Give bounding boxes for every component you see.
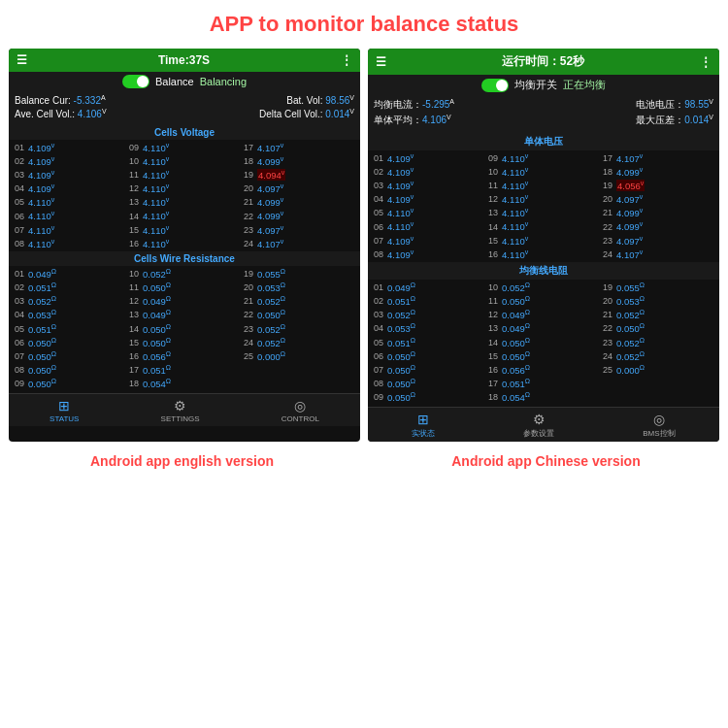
wire-item: 070.050Ω bbox=[372, 363, 486, 377]
wire-item: 030.052Ω bbox=[13, 294, 127, 308]
app-en-info: Balance Cur: -5.332A Bat. Vol: 98.56V Av… bbox=[9, 91, 360, 125]
nav-item-1[interactable]: ⚙参数设置 bbox=[523, 412, 554, 439]
cell-item: 084.109v bbox=[372, 248, 486, 261]
cell-item: 124.110v bbox=[486, 192, 601, 206]
wire-item: 160.056Ω bbox=[486, 363, 601, 377]
app-cn-header: ☰ 运行时间：52秒 ⋮ bbox=[368, 49, 719, 75]
cell-item: 064.110v bbox=[372, 219, 486, 233]
hamburger-icon-cn[interactable]: ☰ bbox=[376, 55, 386, 69]
cell-item: 024.109v bbox=[13, 154, 127, 168]
nav-icon-0: ⊞ bbox=[417, 412, 429, 427]
wire-item: 010.049Ω bbox=[372, 281, 486, 294]
balance-toggle-cn[interactable] bbox=[481, 79, 509, 92]
cell-item: 234.097v bbox=[601, 234, 715, 248]
wire-item: 250.000Ω bbox=[601, 363, 715, 377]
nav-item-2[interactable]: ◎BMS控制 bbox=[643, 412, 675, 439]
caption-english: Android app english version bbox=[7, 453, 358, 469]
app-cn-toggle-row: 均衡开关 正在均衡 bbox=[368, 75, 719, 95]
wire-item: 230.052Ω bbox=[601, 336, 715, 349]
nav-icon-0: ⊞ bbox=[58, 398, 70, 414]
cell-item: 144.110v bbox=[127, 209, 242, 222]
app-cn-bottom-nav: ⊞实状态⚙参数设置◎BMS控制 bbox=[368, 407, 719, 442]
cell-item: 034.109v bbox=[372, 179, 486, 192]
wire-item: 200.053Ω bbox=[242, 281, 356, 294]
wire-item: 220.050Ω bbox=[242, 308, 356, 321]
wire-item: 060.050Ω bbox=[13, 336, 127, 349]
hamburger-icon[interactable]: ☰ bbox=[17, 53, 27, 67]
wire-item: 200.053Ω bbox=[601, 294, 715, 308]
cell-item: 224.099v bbox=[601, 219, 715, 233]
nav-item-2[interactable]: ◎CONTROL bbox=[281, 398, 319, 423]
wire-item: 220.050Ω bbox=[601, 321, 715, 335]
wire-item: 050.051Ω bbox=[372, 336, 486, 349]
nav-item-0[interactable]: ⊞STATUS bbox=[50, 398, 79, 423]
wire-item: 210.052Ω bbox=[242, 294, 356, 308]
cell-item: 184.099v bbox=[242, 154, 356, 168]
nav-icon-2: ◎ bbox=[294, 398, 306, 414]
wire-item: 070.050Ω bbox=[13, 349, 127, 363]
wire-item: 020.051Ω bbox=[372, 294, 486, 308]
dots-icon-cn[interactable]: ⋮ bbox=[700, 55, 711, 69]
app-cn-time: 运行时间：52秒 bbox=[502, 53, 584, 70]
wire-item: 090.050Ω bbox=[372, 390, 486, 404]
cells-voltage-header-cn: 单体电压 bbox=[368, 133, 719, 150]
balance-toggle[interactable] bbox=[122, 75, 149, 88]
app-en-toggle-row: Balance Balancing bbox=[9, 72, 360, 91]
wire-item bbox=[242, 377, 356, 390]
cell-item: 054.110v bbox=[372, 206, 486, 219]
balance-label-cn: 均衡开关 bbox=[514, 78, 557, 92]
nav-icon-1: ⚙ bbox=[533, 412, 546, 427]
app-en-time: Time:37S bbox=[158, 53, 210, 67]
app-english: ☰ Time:37S ⋮ Balance Balancing Balance C… bbox=[9, 49, 360, 442]
wire-item bbox=[601, 390, 715, 404]
wire-item: 240.052Ω bbox=[601, 349, 715, 363]
page-title: APP to monitor balance status bbox=[0, 0, 728, 45]
wire-item: 130.049Ω bbox=[486, 321, 601, 335]
wire-item: 240.052Ω bbox=[242, 336, 356, 349]
nav-label-0: STATUS bbox=[50, 414, 79, 423]
wire-item: 100.052Ω bbox=[127, 267, 242, 281]
wire-item: 110.050Ω bbox=[486, 294, 601, 308]
wire-resistance-header-cn: 均衡线电阻 bbox=[368, 262, 719, 280]
wire-item bbox=[242, 363, 356, 377]
cell-item: 214.099v bbox=[242, 195, 356, 209]
cell-item: 134.110v bbox=[486, 206, 601, 219]
cell-item: 084.110v bbox=[13, 237, 127, 250]
cell-item: 164.110v bbox=[486, 248, 601, 261]
wire-item: 080.050Ω bbox=[372, 377, 486, 390]
wire-resistance-header-en: Cells Wire Resistance bbox=[9, 251, 360, 266]
cells-voltage-grid-cn: 014.109v094.110v174.107v024.109v104.110v… bbox=[368, 150, 719, 262]
wire-item: 170.051Ω bbox=[486, 377, 601, 390]
cell-item: 124.110v bbox=[127, 182, 242, 195]
app-en-header: ☰ Time:37S ⋮ bbox=[9, 49, 360, 72]
wire-item: 250.000Ω bbox=[242, 349, 356, 363]
cell-item: 094.110v bbox=[127, 141, 242, 154]
nav-icon-1: ⚙ bbox=[174, 398, 186, 414]
wire-item: 060.050Ω bbox=[372, 349, 486, 363]
apps-container: ☰ Time:37S ⋮ Balance Balancing Balance C… bbox=[0, 45, 728, 446]
nav-item-1[interactable]: ⚙SETTINGS bbox=[161, 398, 200, 423]
cell-item: 244.107v bbox=[601, 248, 715, 261]
wire-item: 090.050Ω bbox=[13, 377, 127, 390]
nav-label-2: CONTROL bbox=[281, 414, 319, 423]
caption-chinese: Android app Chinese version bbox=[371, 453, 722, 469]
cell-item: 014.109v bbox=[13, 141, 127, 154]
wire-item: 130.049Ω bbox=[127, 308, 242, 321]
wire-item: 120.049Ω bbox=[127, 294, 242, 308]
cell-item: 094.110v bbox=[486, 151, 601, 165]
balance-status: Balancing bbox=[200, 76, 247, 87]
app-en-bottom-nav: ⊞STATUS⚙SETTINGS◎CONTROL bbox=[9, 393, 360, 426]
wire-item: 020.051Ω bbox=[13, 281, 127, 294]
cell-item: 074.110v bbox=[13, 223, 127, 237]
nav-item-0[interactable]: ⊞实状态 bbox=[412, 412, 435, 439]
app-cn-info: 均衡电流：-5.295A 电池电压：98.55V 单体平均：4.106V 最大压… bbox=[368, 95, 719, 133]
wire-item: 100.052Ω bbox=[486, 281, 601, 294]
cell-item: 044.109v bbox=[372, 192, 486, 206]
wire-item: 150.050Ω bbox=[127, 336, 242, 349]
cell-item: 064.110v bbox=[13, 209, 127, 222]
cell-item: 134.110v bbox=[127, 195, 242, 209]
dots-icon[interactable]: ⋮ bbox=[341, 53, 352, 67]
cell-item: 184.099v bbox=[601, 165, 715, 179]
wire-item: 140.050Ω bbox=[127, 322, 242, 336]
wire-item: 190.055Ω bbox=[601, 281, 715, 294]
